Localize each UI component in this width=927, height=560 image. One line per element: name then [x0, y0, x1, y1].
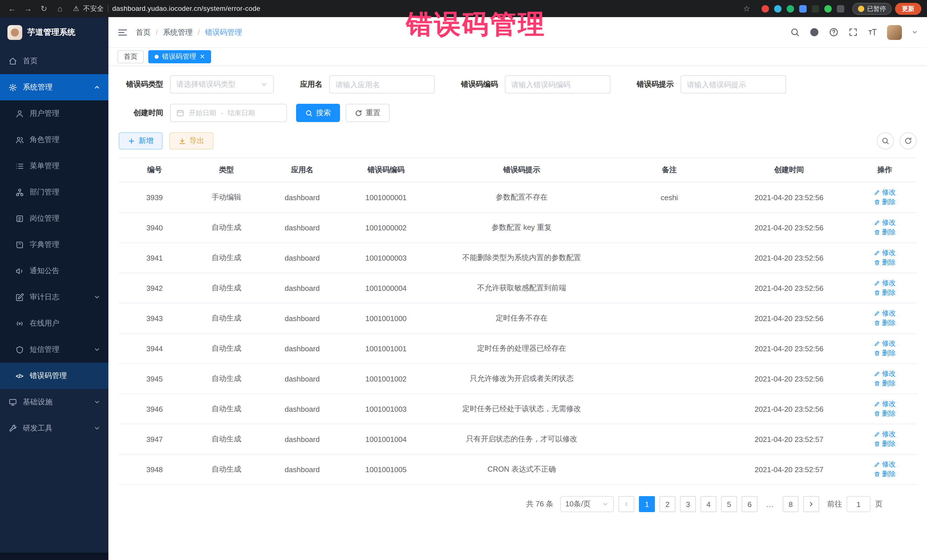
edit-link[interactable]: 修改	[874, 339, 896, 348]
menu-fold-icon[interactable]	[117, 27, 128, 37]
sidebar-item-label: 首页	[23, 56, 38, 66]
refresh-icon[interactable]	[900, 132, 917, 149]
delete-link[interactable]: 删除	[874, 228, 896, 237]
export-button[interactable]: 导出	[169, 132, 213, 149]
sidebar-collapse-bar[interactable]	[0, 552, 108, 560]
error-code-input[interactable]	[505, 75, 610, 94]
sidebar-item-post-mgmt[interactable]: 岗位管理	[0, 205, 108, 232]
browser-home-icon[interactable]: ⌂	[54, 4, 66, 13]
wrench-icon	[8, 424, 17, 433]
puzzle-extension-icon[interactable]	[837, 5, 844, 12]
page-button[interactable]: 1	[639, 496, 655, 512]
cell-type: 自动生成	[190, 399, 263, 419]
forward-icon[interactable]: →	[22, 4, 34, 13]
page-size-select[interactable]: 10条/页	[560, 496, 614, 512]
edit-link[interactable]: 修改	[874, 188, 896, 197]
reset-button[interactable]: 重置	[346, 104, 390, 122]
delete-link[interactable]: 删除	[874, 197, 896, 207]
user-avatar[interactable]	[887, 25, 902, 39]
search-icon[interactable]	[790, 27, 800, 37]
edit-link[interactable]: 修改	[874, 429, 896, 439]
edit-link[interactable]: 修改	[874, 399, 896, 409]
sidebar-item-dept-mgmt[interactable]: 部门管理	[0, 179, 108, 205]
app-logo[interactable]: 芋道管理系统	[0, 17, 108, 48]
megaphone-icon	[15, 266, 24, 275]
page-button[interactable]: 8	[783, 496, 799, 512]
delete-link[interactable]: 删除	[874, 469, 896, 479]
sidebar-item-infrastructure[interactable]: 基础设施	[0, 389, 108, 415]
edit-link[interactable]: 修改	[874, 460, 896, 469]
cell-time: 2021-04-20 23:52:57	[725, 430, 853, 448]
toggle-search-icon[interactable]	[877, 132, 894, 149]
sidebar-item-sms-mgmt[interactable]: 短信管理	[0, 337, 108, 363]
goto-unit: 页	[875, 499, 883, 509]
delete-link[interactable]: 删除	[874, 348, 896, 358]
sidebar-item-menu-mgmt[interactable]: 菜单管理	[0, 153, 108, 179]
font-size-icon[interactable]	[868, 27, 877, 37]
delete-link-label: 删除	[882, 439, 896, 449]
tab-home[interactable]: 首页	[117, 50, 144, 63]
cell-msg: 只允许修改为开启或者关闭状态	[430, 369, 614, 389]
breadcrumb-home[interactable]: 首页	[136, 27, 150, 37]
page-button[interactable]: 5	[721, 496, 737, 512]
sidebar-item-user-mgmt[interactable]: 用户管理	[0, 100, 108, 127]
error-msg-input[interactable]	[681, 75, 786, 94]
sidebar-item-dict-mgmt[interactable]: 字典管理	[0, 232, 108, 258]
page-button[interactable]: ...	[762, 496, 778, 512]
sidebar-item-devtools[interactable]: 研发工具	[0, 415, 108, 442]
reload-icon[interactable]: ↻	[38, 4, 50, 13]
help-icon[interactable]	[829, 27, 839, 37]
delete-link[interactable]: 删除	[874, 379, 896, 389]
github-icon[interactable]	[810, 27, 819, 37]
close-icon[interactable]: ✕	[200, 54, 205, 60]
back-icon[interactable]: ←	[6, 4, 18, 13]
edit-link[interactable]: 修改	[874, 218, 896, 228]
delete-link-label: 删除	[882, 228, 896, 237]
chevron-down-icon[interactable]	[912, 29, 918, 35]
extension-icon[interactable]	[787, 5, 794, 12]
page-button[interactable]: 6	[742, 496, 758, 512]
edit-link[interactable]: 修改	[874, 369, 896, 379]
edit-link[interactable]: 修改	[874, 308, 896, 318]
paused-badge[interactable]: 已暂停	[852, 3, 892, 15]
cell-type: 自动生成	[190, 218, 263, 237]
goto-page-input[interactable]	[846, 496, 871, 512]
extension-icon[interactable]	[761, 5, 769, 12]
sidebar-item-error-code[interactable]: </> 错误码管理	[0, 363, 108, 389]
app-name-input[interactable]	[329, 75, 435, 94]
add-button[interactable]: 新增	[119, 132, 163, 149]
sidebar-item-home[interactable]: 首页	[0, 48, 108, 74]
delete-link[interactable]: 删除	[874, 439, 896, 449]
sidebar-item-notice-mgmt[interactable]: 通知公告	[0, 258, 108, 284]
page-button[interactable]: 2	[660, 496, 675, 512]
tab-error-code[interactable]: 错误码管理 ✕	[148, 50, 211, 63]
sidebar-item-audit-log[interactable]: 审计日志	[0, 284, 108, 310]
extension-icon[interactable]	[799, 5, 807, 12]
delete-link[interactable]: 删除	[874, 409, 896, 419]
delete-link[interactable]: 删除	[874, 288, 896, 298]
extension-icon[interactable]	[812, 5, 819, 12]
sidebar-item-role-mgmt[interactable]: 角色管理	[0, 127, 108, 153]
page-button[interactable]: 4	[701, 496, 716, 512]
delete-link[interactable]: 删除	[874, 318, 896, 328]
page-button[interactable]: 3	[680, 496, 696, 512]
breadcrumb-system[interactable]: 系统管理	[163, 27, 193, 37]
cell-app: dashboard	[263, 370, 342, 387]
date-range-picker[interactable]: 开始日期 - 结束日期	[170, 104, 287, 122]
search-button[interactable]: 搜索	[296, 104, 340, 122]
delete-link[interactable]: 删除	[874, 258, 896, 267]
edit-link[interactable]: 修改	[874, 278, 896, 288]
bookmark-star-icon[interactable]: ☆	[743, 4, 750, 13]
sidebar-item-online-users[interactable]: 在线用户	[0, 310, 108, 337]
cell-time: 2021-04-20 23:52:56	[725, 310, 853, 327]
sidebar-item-system[interactable]: 系统管理	[0, 74, 108, 100]
update-button[interactable]: 更新	[895, 3, 921, 15]
edit-link[interactable]: 修改	[874, 248, 896, 258]
cell-time: 2021-04-20 23:52:56	[725, 249, 853, 267]
extension-icon[interactable]	[824, 5, 832, 12]
fullscreen-icon[interactable]	[848, 27, 858, 37]
error-type-select[interactable]: 请选择错误码类型	[170, 75, 274, 94]
next-page-button[interactable]	[803, 496, 819, 512]
extension-icon[interactable]	[774, 5, 781, 12]
prev-page-button[interactable]	[619, 496, 634, 512]
